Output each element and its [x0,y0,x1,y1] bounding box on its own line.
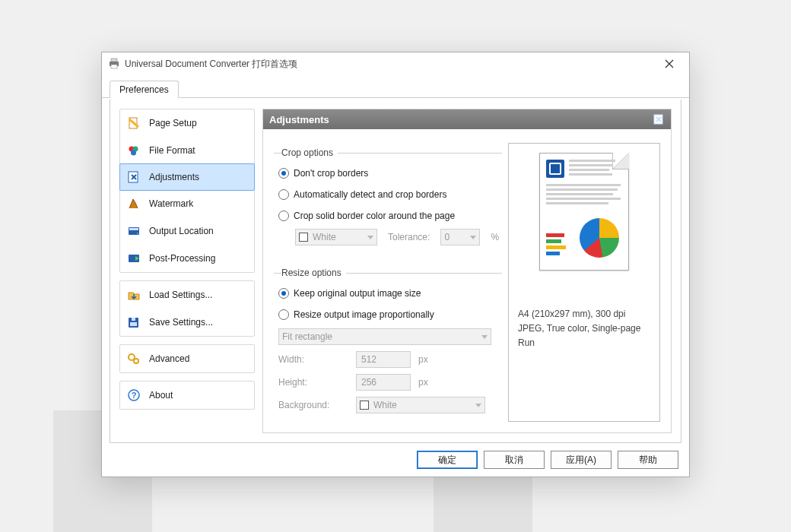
crop-option-none[interactable]: Don't crop borders [278,163,502,184]
tolerance-label: Tolerance: [388,232,430,242]
height-label: Height: [278,377,348,388]
sidebar-item-adjustments[interactable]: Adjustments [119,163,255,191]
height-value: 256 [361,377,376,388]
height-row: Height: 256 px [278,371,502,394]
svg-point-11 [137,233,138,234]
sidebar-item-watermark[interactable]: Watermark [120,190,254,217]
sidebar-item-about[interactable]: ? About [120,382,254,409]
apply-button[interactable]: 应用(A) [551,451,612,469]
preview-info-line: Run [518,336,650,350]
sidebar-item-label: Advanced [149,353,189,364]
sidebar-item-label: Load Settings... [149,290,212,300]
color-swatch-icon [360,401,369,410]
chevron-down-icon [481,335,488,339]
preferences-dialog: Universal Document Converter 打印首选项 Prefe… [101,52,690,477]
close-icon [665,59,674,68]
fit-mode-select[interactable]: Fit rectangle [278,328,491,345]
crop-option-auto[interactable]: Automatically detect and crop borders [278,184,502,205]
help-button[interactable]: 帮助 [618,451,678,469]
watermark-icon [126,196,141,211]
svg-text:?: ? [132,391,137,400]
bar-chart-icon [546,233,566,258]
option-label: Automatically detect and crop borders [294,189,446,200]
option-label: Crop solid border color around the page [294,211,455,221]
sidebar-item-page-setup[interactable]: Page Setup [120,109,254,137]
sidebar: Page Setup File Format Adjustments [119,109,255,433]
tolerance-unit: % [491,232,499,242]
svg-rect-1 [111,59,117,62]
svg-point-7 [131,150,136,156]
crop-solid-params: White Tolerance: 0 % [295,226,502,248]
background-row: Background: White [278,394,502,416]
resize-fit-mode-row: Fit rectangle [278,325,502,348]
cancel-button[interactable]: 取消 [484,451,545,469]
resize-option-proportional[interactable]: Resize output image proportionally [278,304,502,325]
radio-icon [278,288,289,299]
close-button[interactable] [656,54,683,74]
printer-icon [108,58,120,70]
file-format-icon [126,143,141,158]
option-label: Keep original output image size [294,288,421,299]
preview-thumbnail [539,153,629,271]
sidebar-item-output-location[interactable]: Output Location [120,217,254,245]
sidebar-item-label: Page Setup [149,118,197,128]
sidebar-item-file-format[interactable]: File Format [120,137,254,164]
width-input[interactable]: 512 [356,351,411,368]
about-icon: ? [126,388,141,403]
main-panel: Adjustments Crop options Don't crop bord… [262,109,672,433]
sidebar-item-label: Watermark [149,198,193,209]
crop-color-name: White [313,232,336,242]
main-header: Adjustments [263,109,671,129]
sidebar-item-label: Save Settings... [149,317,213,328]
sidebar-item-label: File Format [149,145,195,156]
height-unit: px [418,377,428,388]
advanced-icon [126,351,141,366]
resize-option-keep[interactable]: Keep original output image size [278,283,502,304]
height-input[interactable]: 256 [356,374,411,391]
settings-column: Crop options Don't crop borders Automati… [274,137,502,425]
background-name: White [373,400,397,410]
resize-options-legend: Resize options [281,268,346,278]
ok-button[interactable]: 确定 [417,451,478,469]
background-label: Background: [278,400,348,410]
output-location-icon [126,223,141,239]
tolerance-value: 0 [444,232,450,242]
background-select[interactable]: White [356,397,485,413]
save-settings-icon [126,315,141,330]
tab-row: Preferences [102,80,689,98]
radio-icon [278,168,289,179]
main-header-title: Adjustments [269,114,329,125]
fit-mode-value: Fit rectangle [282,331,332,342]
preview-info: A4 (210x297 mm), 300 dpi JPEG, True colo… [518,307,650,351]
sidebar-item-load-settings[interactable]: Load Settings... [120,281,254,309]
app-logo-icon [546,160,564,178]
preview-panel: A4 (210x297 mm), 300 dpi JPEG, True colo… [508,143,660,422]
main-body: Crop options Don't crop borders Automati… [263,129,671,432]
dialog-title: Universal Document Converter 打印首选项 [125,52,656,75]
thumb-lines [569,160,621,178]
sidebar-group-about: ? About [119,381,255,410]
sidebar-item-advanced[interactable]: Advanced [120,345,254,372]
tab-page: Page Setup File Format Adjustments [110,100,681,443]
radio-icon [278,309,289,320]
post-processing-icon [126,251,141,266]
color-swatch-icon [299,233,308,242]
svg-point-3 [116,62,118,64]
dialog-buttons: 确定 取消 应用(A) 帮助 [417,451,678,469]
adjustments-header-icon [653,113,665,125]
svg-rect-14 [130,322,137,326]
width-label: Width: [278,354,348,365]
tab-preferences[interactable]: Preferences [110,81,179,98]
sidebar-item-save-settings[interactable]: Save Settings... [120,309,254,336]
svg-point-17 [134,359,138,363]
preview-info-line: A4 (210x297 mm), 300 dpi [518,307,650,321]
sidebar-item-post-processing[interactable]: Post-Processing [120,245,254,272]
crop-option-solid[interactable]: Crop solid border color around the page [278,205,502,226]
resize-options-group: Resize options Keep original output imag… [274,268,502,416]
sidebar-item-label: Adjustments [149,172,199,182]
width-value: 512 [361,354,376,365]
tolerance-select[interactable]: 0 [440,229,480,245]
crop-color-select[interactable]: White [295,229,377,245]
svg-rect-10 [129,228,138,230]
sidebar-item-label: About [149,390,173,401]
